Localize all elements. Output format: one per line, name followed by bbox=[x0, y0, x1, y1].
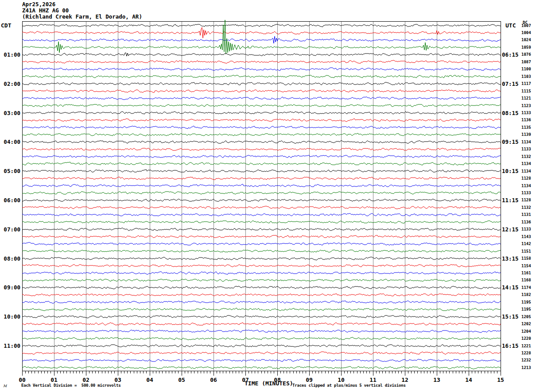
dc-value: 1135 bbox=[521, 126, 531, 130]
dc-value: 1228 bbox=[521, 351, 531, 355]
utc-label: 14:15 bbox=[502, 284, 519, 291]
x-tick-label: 15 bbox=[494, 377, 507, 383]
x-tick-label: 12 bbox=[398, 377, 412, 383]
cdt-label: 01:00 bbox=[0, 52, 20, 58]
dc-value: 1142 bbox=[521, 242, 531, 246]
dc-value: 1100 bbox=[521, 67, 531, 71]
clip-note: Traces clipped at plus/minus 5 vertical … bbox=[292, 383, 406, 388]
dc-value: 1204 bbox=[521, 330, 531, 334]
scale-note: Each Vertical Division = 500.00 microvol… bbox=[21, 383, 120, 388]
dc-value: 1182 bbox=[521, 293, 531, 297]
cdt-label: 07:00 bbox=[0, 227, 20, 233]
dc-value: 1213 bbox=[521, 366, 531, 370]
x-tick-label: 06 bbox=[207, 377, 220, 383]
utc-label: 12:15 bbox=[502, 227, 519, 233]
x-tick-label: 11 bbox=[366, 377, 380, 383]
dc-value: 1151 bbox=[521, 250, 531, 254]
cdt-label: 03:00 bbox=[0, 110, 20, 116]
x-tick-label: 02 bbox=[79, 377, 93, 383]
dc-value: 1134 bbox=[521, 140, 531, 144]
dc-value: 1174 bbox=[521, 286, 531, 290]
dc-value: 1202 bbox=[521, 322, 531, 326]
dc-value: 1004 bbox=[521, 31, 531, 35]
dc-value: 1168 bbox=[521, 278, 531, 282]
x-tick-label: 04 bbox=[143, 377, 156, 383]
dc-value: 1232 bbox=[521, 358, 531, 362]
dc-value: 1121 bbox=[521, 96, 531, 100]
cdt-label: 05:00 bbox=[0, 168, 20, 174]
dc-value: 1128 bbox=[521, 198, 531, 202]
dc-value: 1007 bbox=[521, 24, 531, 28]
dc-value: 1103 bbox=[521, 75, 531, 79]
dc-value: 1133 bbox=[521, 147, 531, 151]
dc-value: 1220 bbox=[521, 337, 531, 341]
dc-value: 1136 bbox=[521, 118, 531, 122]
dc-value: 1123 bbox=[521, 104, 531, 108]
cdt-label: 11:00 bbox=[0, 343, 20, 349]
dc-value: 1133 bbox=[521, 191, 531, 195]
utc-label: 11:15 bbox=[502, 197, 519, 204]
dc-value: 1131 bbox=[521, 213, 531, 217]
dc-value: 1161 bbox=[521, 271, 531, 275]
dc-value: 1134 bbox=[521, 184, 531, 188]
dc-value: 1134 bbox=[521, 162, 531, 166]
dc-value: 1195 bbox=[521, 307, 531, 311]
watermark-mark: M bbox=[3, 384, 7, 388]
x-tick-label: 14 bbox=[462, 377, 475, 383]
x-tick-label: 09 bbox=[303, 377, 316, 383]
utc-label: 08:15 bbox=[502, 110, 519, 116]
utc-label: 15:15 bbox=[502, 314, 519, 320]
dc-value: 1115 bbox=[521, 89, 531, 93]
utc-label: 13:15 bbox=[502, 256, 519, 262]
x-tick-label: 13 bbox=[430, 377, 443, 383]
dc-value: 1087 bbox=[521, 60, 531, 64]
dc-value: 1024 bbox=[521, 38, 531, 42]
dc-value: 1132 bbox=[521, 206, 531, 210]
dc-value: 1221 bbox=[521, 344, 531, 348]
cdt-label: 04:00 bbox=[0, 139, 20, 145]
helicorder-page: Apr25,2026 Z41A HHZ AG 00 (Richland Cree… bbox=[0, 0, 536, 392]
dc-value: 1133 bbox=[521, 111, 531, 115]
utc-label: 06:15 bbox=[502, 52, 519, 58]
x-tick-label: 05 bbox=[175, 377, 188, 383]
utc-label: 10:15 bbox=[502, 168, 519, 174]
dc-value: 1139 bbox=[521, 133, 531, 137]
x-tick-label: 03 bbox=[111, 377, 124, 383]
dc-value: 1195 bbox=[521, 300, 531, 304]
dc-value: 1154 bbox=[521, 264, 531, 268]
cdt-label: 09:00 bbox=[0, 284, 20, 291]
x-tick-label: 01 bbox=[47, 377, 61, 383]
dc-value: 1136 bbox=[521, 220, 531, 224]
cdt-label: 06:00 bbox=[0, 197, 20, 204]
cdt-label: 10:00 bbox=[0, 314, 20, 320]
x-tick-label: 10 bbox=[334, 377, 348, 383]
dc-value: 1076 bbox=[521, 53, 531, 57]
dc-value: 1134 bbox=[521, 169, 531, 173]
cdt-label: 02:00 bbox=[0, 81, 20, 87]
dc-value: 1132 bbox=[521, 155, 531, 159]
dc-value: 1133 bbox=[521, 227, 531, 231]
dc-value: 1158 bbox=[521, 257, 531, 261]
utc-label: 09:15 bbox=[502, 139, 519, 145]
cdt-label: 08:00 bbox=[0, 256, 20, 262]
dc-value: 1143 bbox=[521, 235, 531, 239]
dc-value: 1117 bbox=[521, 82, 531, 86]
dc-value: 1128 bbox=[521, 177, 531, 181]
helicorder-plot bbox=[0, 0, 536, 392]
dc-value: 1205 bbox=[521, 315, 531, 319]
dc-value: 1059 bbox=[521, 46, 531, 50]
x-axis-title: TIME (MINUTES) bbox=[245, 380, 293, 387]
x-tick-label: 00 bbox=[16, 377, 29, 383]
utc-label: 07:15 bbox=[502, 81, 519, 87]
utc-label: 16:15 bbox=[502, 343, 519, 349]
